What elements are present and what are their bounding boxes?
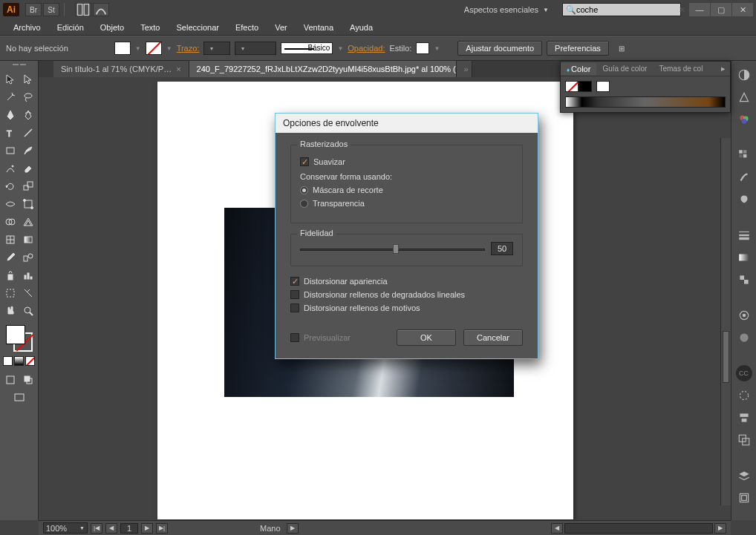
stroke-link[interactable]: Trazo: <box>177 44 200 53</box>
gpu-icon[interactable] <box>93 3 109 16</box>
search-input[interactable] <box>576 5 679 14</box>
document-tab[interactable]: Sin título-1 al 71% (CMYK/P… × <box>53 61 189 77</box>
color-spectrum[interactable] <box>565 96 726 108</box>
checkbox-icon[interactable] <box>290 277 299 286</box>
distort-linear-row[interactable]: Distorsionar rellenos de degradados line… <box>290 290 523 299</box>
antialias-checkbox-row[interactable]: Suavizar <box>300 157 513 166</box>
close-tab-icon[interactable]: × <box>176 65 180 73</box>
distort-pattern-row[interactable]: Distorsionar rellenos de motivos <box>290 303 523 312</box>
menu-ventana[interactable]: Ventana <box>296 21 341 34</box>
symbols-icon[interactable] <box>736 191 752 208</box>
stroke-weight-dropdown[interactable]: ▾ <box>203 42 230 55</box>
fidelity-value[interactable]: 50 <box>491 242 513 255</box>
maximize-button[interactable]: ▢ <box>711 3 731 16</box>
search-box[interactable]: 🔍 ✕ <box>562 3 681 16</box>
color-themes-tab[interactable]: Temas de col <box>653 63 708 74</box>
menu-objeto[interactable]: Objeto <box>93 21 131 34</box>
shaper-tool[interactable] <box>2 160 19 177</box>
selection-tool[interactable] <box>2 71 19 88</box>
workspace-selector[interactable]: Aspectos esenciales ▼ <box>458 3 555 16</box>
preferences-button[interactable]: Preferencias <box>547 41 609 56</box>
scale-tool[interactable] <box>20 178 36 194</box>
scrollbar-thumb[interactable] <box>723 331 729 383</box>
last-color-swatch[interactable] <box>596 81 610 92</box>
free-transform-tool[interactable] <box>20 196 36 212</box>
rotate-tool[interactable] <box>2 178 19 194</box>
column-graph-tool[interactable] <box>20 267 36 283</box>
vertical-scrollbar[interactable] <box>720 138 731 505</box>
panel-fill-swatch[interactable] <box>565 81 579 92</box>
clip-mask-radio-row[interactable]: Máscara de recorte <box>300 186 513 194</box>
color-mode-solid[interactable] <box>3 356 13 366</box>
chevron-down-icon[interactable]: ▼ <box>135 45 141 52</box>
shape-builder-tool[interactable] <box>2 214 19 230</box>
chevron-down-icon[interactable]: ▼ <box>337 45 343 52</box>
close-window-button[interactable]: ✕ <box>732 3 753 16</box>
menu-efecto[interactable]: Efecto <box>228 21 266 34</box>
chevron-down-icon[interactable]: ▼ <box>434 45 440 52</box>
zoom-tool[interactable] <box>20 303 36 319</box>
pen-tool[interactable] <box>2 107 19 123</box>
scroll-right-button[interactable]: ▶ <box>714 523 726 534</box>
panel-grip[interactable] <box>8 64 30 68</box>
gradient-panel-icon[interactable] <box>736 249 752 266</box>
stroke-panel-icon[interactable] <box>736 227 752 243</box>
transform-panel-icon[interactable] <box>736 387 752 404</box>
bridge-icon[interactable]: Br <box>25 3 42 16</box>
panel-stroke-swatch[interactable] <box>579 81 592 92</box>
layers-icon[interactable] <box>736 467 752 484</box>
rectangle-tool[interactable] <box>2 142 19 159</box>
last-artboard-button[interactable]: ▶| <box>156 523 168 534</box>
mesh-tool[interactable] <box>2 232 19 248</box>
checkbox-icon[interactable] <box>290 290 299 299</box>
width-tool[interactable] <box>2 196 19 212</box>
var-width-dropdown[interactable]: ▾ <box>235 42 276 55</box>
stroke-swatch[interactable] <box>146 42 162 55</box>
tabs-overflow-icon[interactable]: » <box>457 61 472 77</box>
blend-tool[interactable] <box>20 249 36 266</box>
magic-wand-tool[interactable] <box>2 89 19 105</box>
type-tool[interactable]: T <box>2 125 19 141</box>
graphic-styles-icon[interactable] <box>736 329 752 346</box>
menu-ver[interactable]: Ver <box>267 21 295 34</box>
radio-icon[interactable] <box>300 200 308 208</box>
next-artboard-button[interactable]: ▶ <box>141 523 153 534</box>
chevron-down-icon[interactable]: ▼ <box>166 45 172 52</box>
status-menu-button[interactable]: ▶ <box>287 523 299 534</box>
swatches-icon[interactable] <box>736 147 752 163</box>
brushes-icon[interactable] <box>736 169 752 186</box>
distort-appearance-row[interactable]: Distorsionar apariencia <box>290 277 523 286</box>
style-swatch[interactable] <box>416 42 429 54</box>
cc-libraries-icon[interactable]: CC <box>736 365 752 381</box>
artboard-number-input[interactable]: 1 <box>120 523 138 534</box>
perspective-grid-tool[interactable] <box>20 214 36 230</box>
line-tool[interactable] <box>20 125 36 141</box>
align-icon[interactable]: ⊞ <box>613 42 630 55</box>
transparency-radio-row[interactable]: Transparencia <box>300 199 513 208</box>
symbol-sprayer-tool[interactable] <box>2 267 19 283</box>
horizontal-scrollbar[interactable] <box>564 523 713 534</box>
fill-stroke-control[interactable] <box>4 324 34 353</box>
transparency-icon[interactable] <box>736 272 752 288</box>
opacity-link[interactable]: Opacidad: <box>348 44 385 53</box>
menu-texto[interactable]: Texto <box>133 21 167 34</box>
stock-icon[interactable]: St <box>43 3 59 16</box>
color-tab[interactable]: ♦Color <box>561 63 596 75</box>
draw-mode-behind[interactable] <box>20 372 36 388</box>
preview-checkbox-row[interactable]: Previsualizar <box>290 333 389 342</box>
appearance-icon[interactable] <box>736 307 752 324</box>
color-guide-icon[interactable] <box>736 89 752 105</box>
fill-color-icon[interactable] <box>6 325 25 344</box>
color-themes-icon[interactable] <box>736 111 752 128</box>
eraser-tool[interactable] <box>20 160 36 177</box>
screen-mode-button[interactable] <box>11 390 27 406</box>
color-panel-icon[interactable] <box>736 67 752 83</box>
paintbrush-tool[interactable] <box>20 142 36 159</box>
artboard-tool[interactable] <box>2 285 19 301</box>
fidelity-slider[interactable] <box>300 243 485 254</box>
prev-artboard-button[interactable]: ◀ <box>105 523 117 534</box>
clear-search-icon[interactable]: ✕ <box>679 4 685 15</box>
ok-button[interactable]: OK <box>397 329 456 346</box>
slice-tool[interactable] <box>20 285 36 301</box>
draw-mode-normal[interactable] <box>2 372 19 388</box>
